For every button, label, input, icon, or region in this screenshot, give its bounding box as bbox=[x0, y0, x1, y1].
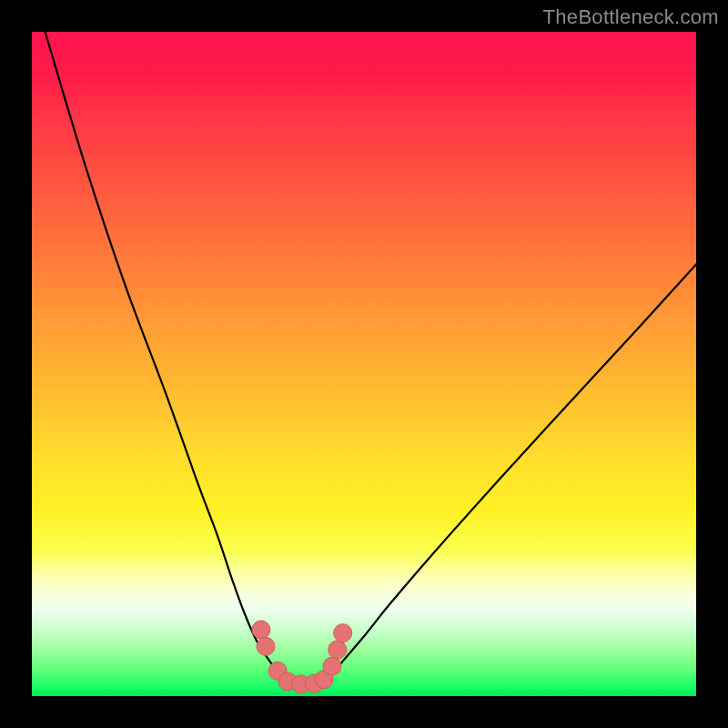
chart-plot-area bbox=[32, 32, 696, 696]
data-marker bbox=[329, 641, 347, 659]
curve-left-branch bbox=[46, 32, 288, 682]
data-marker bbox=[334, 624, 352, 642]
chart-frame: TheBottleneck.com bbox=[0, 0, 728, 728]
data-marker bbox=[323, 657, 341, 675]
watermark-text: TheBottleneck.com bbox=[543, 5, 719, 29]
chart-svg bbox=[32, 32, 696, 696]
data-marker bbox=[252, 621, 270, 639]
data-marker bbox=[257, 637, 275, 655]
curve-right-branch bbox=[324, 265, 696, 683]
